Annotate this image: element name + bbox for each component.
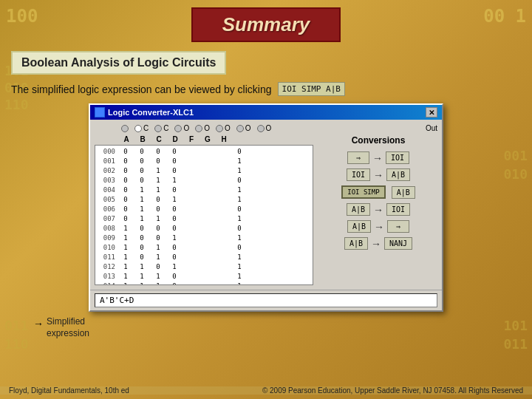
- conv-btn-aib-5[interactable]: A|B: [344, 237, 368, 250]
- dialog-bottom: A'B'C+D: [90, 290, 442, 310]
- conv-row-6: A|B → NANJ: [319, 237, 437, 250]
- conversions-heading: Conversions: [319, 135, 437, 146]
- radio-circle-c2: [154, 125, 162, 132]
- table-row: 00000000: [97, 147, 311, 157]
- table-row: 01411101: [97, 282, 311, 285]
- radio-circle-o2: [195, 125, 202, 132]
- radio-label-o3: O: [225, 124, 231, 132]
- radio-item-o3[interactable]: O: [216, 124, 231, 132]
- table-row: 00200101: [97, 166, 311, 176]
- conv-btn-aib-1[interactable]: A|B: [386, 168, 410, 181]
- conv-btn-aib-3[interactable]: A|B: [347, 203, 370, 216]
- truth-table[interactable]: 0000000000100001002001010030011000401101…: [95, 145, 313, 285]
- radio-circle-o3: [216, 125, 223, 132]
- conv-arrow-2: →: [373, 169, 383, 181]
- table-row: 00401101: [97, 185, 311, 195]
- table-row: 01311101: [97, 272, 311, 282]
- radio-label-c: C: [143, 124, 149, 132]
- intro-text: The simplified logic expression can be v…: [11, 82, 521, 96]
- intro-text-label: The simplified logic expression can be v…: [11, 83, 272, 95]
- table-row: 01211011: [97, 262, 311, 272]
- conv-btn-nanj[interactable]: NANJ: [384, 237, 412, 250]
- conv-btn-tt[interactable]: ⇒: [347, 151, 369, 164]
- table-row: 00910011: [97, 233, 311, 243]
- conv-row-2: IOI → A|B: [319, 168, 437, 181]
- radio-label-c2: C: [163, 124, 168, 132]
- radio-item-o1[interactable]: O: [174, 124, 189, 132]
- table-row: 00601000: [97, 205, 311, 214]
- logic-converter-dialog: Logic Converter-XLC1 ✕ C: [89, 103, 443, 312]
- radio-item-c2[interactable]: C: [154, 124, 168, 132]
- radio-label-o5: O: [266, 124, 272, 132]
- dialog-title: Logic Converter-XLC1: [108, 108, 194, 117]
- radio-circle-o4: [236, 125, 244, 132]
- conv-row-5: A|B → ⇒: [319, 220, 437, 233]
- conv-arrow-1: →: [372, 152, 383, 164]
- conv-btn-ioi-3[interactable]: IOI: [386, 203, 410, 216]
- table-row: 00300110: [97, 176, 311, 185]
- col-header-h: H: [216, 135, 232, 143]
- radio-label-o1: O: [183, 124, 189, 132]
- conv-btn-ioi-1[interactable]: IOI: [386, 151, 409, 164]
- main-content: Summary Boolean Analysis of Logic Circui…: [0, 0, 532, 347]
- radio-circle-o1: [174, 125, 182, 132]
- annotation-line2: expression: [47, 328, 89, 338]
- radio-item-1[interactable]: [121, 125, 129, 132]
- col-header-d: D: [167, 135, 183, 143]
- annotation-arrow: →: [33, 318, 44, 330]
- conv-arrow-6: →: [371, 238, 381, 250]
- col-header-a: A: [118, 135, 134, 143]
- radio-row: C C O O O: [95, 124, 313, 132]
- conv-btn-simp[interactable]: IOI SIMP: [341, 185, 385, 199]
- conv-arrow-5: →: [374, 221, 384, 233]
- col-header-g: G: [200, 135, 216, 143]
- output-expression[interactable]: A'B'C+D: [95, 293, 437, 307]
- truth-table-panel: C C O O O: [95, 124, 313, 285]
- conv-btn-tt-2[interactable]: ⇒: [387, 220, 409, 233]
- dialog-body: C C O O O: [90, 120, 442, 290]
- dialog-titlebar: Logic Converter-XLC1 ✕: [90, 105, 442, 120]
- conv-arrow-4: →: [373, 204, 383, 216]
- conv-btn-aib-4[interactable]: A|B: [347, 220, 371, 233]
- conv-row-1: ⇒ → IOI: [319, 151, 437, 164]
- sim-button[interactable]: IOI SIMP A|B: [278, 82, 345, 96]
- col-headers: A B C D F G H: [95, 135, 313, 143]
- table-row: 00810000: [97, 224, 311, 233]
- annotation: → Simplified expression: [33, 316, 521, 339]
- title-bar: Summary: [11, 7, 521, 42]
- conv-btn-ioi-2[interactable]: IOI: [347, 168, 370, 181]
- dialog-close-button[interactable]: ✕: [426, 107, 437, 117]
- out-label: Out: [319, 124, 437, 132]
- table-row: 00701101: [97, 214, 311, 224]
- col-header-c: C: [151, 135, 167, 143]
- annotation-line1: Simplified: [47, 316, 85, 327]
- radio-item-o2[interactable]: O: [195, 124, 210, 132]
- table-row: 01010100: [97, 243, 311, 253]
- col-header-f: F: [183, 135, 200, 143]
- dialog-titlebar-left: Logic Converter-XLC1: [95, 107, 194, 117]
- conv-row-4: A|B → IOI: [319, 203, 437, 216]
- table-row: 00501011: [97, 195, 311, 205]
- conv-btn-aib-2[interactable]: A|B: [392, 186, 415, 199]
- page-title: Summary: [191, 7, 341, 42]
- conversions-panel: Out Conversions ⇒ → IOI IOI → A|B IOI SI…: [319, 124, 437, 285]
- radio-label-o4: O: [245, 124, 251, 132]
- annotation-label: Simplified expression: [47, 316, 89, 339]
- dialog-icon: [95, 107, 105, 117]
- radio-item-o5[interactable]: O: [257, 124, 272, 132]
- radio-circle-1: [121, 125, 129, 132]
- section-heading: Boolean Analysis of Logic Circuits: [11, 51, 226, 75]
- col-header-b: B: [134, 135, 151, 143]
- table-row: 00100001: [97, 157, 311, 166]
- conv-row-3: IOI SIMP A|B: [319, 185, 437, 199]
- radio-label-o2: O: [204, 124, 210, 132]
- radio-circle-c: [134, 125, 142, 132]
- table-row: 01110101: [97, 253, 311, 262]
- radio-circle-o5: [257, 125, 265, 132]
- radio-item-c[interactable]: C: [134, 124, 149, 132]
- radio-item-o4[interactable]: O: [236, 124, 251, 132]
